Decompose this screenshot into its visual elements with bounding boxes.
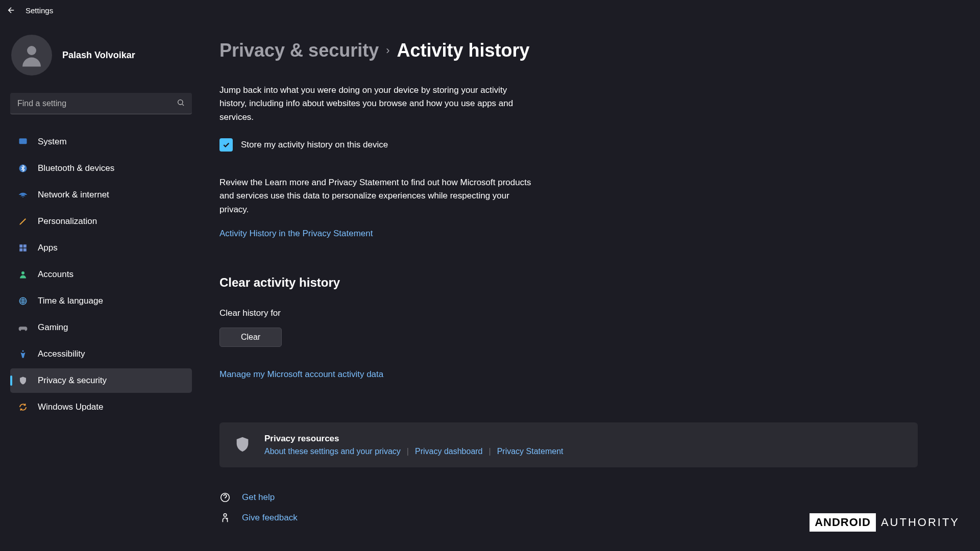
breadcrumb: Privacy & security › Activity history (219, 40, 949, 61)
nav-network[interactable]: Network & internet (10, 183, 192, 207)
apps-icon (17, 242, 29, 254)
feedback-icon (219, 512, 231, 523)
checkbox-label: Store my activity history on this device (241, 140, 388, 150)
about-settings-link[interactable]: About these settings and your privacy (264, 447, 401, 456)
nav-label: Gaming (38, 322, 68, 333)
clear-history-label: Clear history for (219, 308, 949, 318)
help-icon (219, 492, 231, 503)
nav-time-language[interactable]: Time & language (10, 289, 192, 313)
svg-point-1 (178, 100, 183, 105)
back-button[interactable] (6, 5, 16, 15)
nav-system[interactable]: System (10, 130, 192, 154)
section-title: Clear activity history (219, 276, 949, 290)
personalization-icon (17, 216, 29, 227)
watermark: ANDROID AUTHORITY (810, 513, 960, 532)
page-title: Activity history (397, 40, 530, 61)
svg-point-0 (27, 46, 36, 55)
svg-rect-6 (19, 248, 22, 252)
privacy-statement-link[interactable]: Activity History in the Privacy Statemen… (219, 229, 949, 239)
accessibility-icon (17, 348, 29, 360)
user-profile[interactable]: Palash Volvoikar (10, 35, 192, 76)
breadcrumb-parent[interactable]: Privacy & security (219, 40, 379, 61)
nav-label: Time & language (38, 296, 103, 306)
watermark-logo: ANDROID (810, 513, 876, 532)
card-title: Privacy resources (264, 434, 903, 444)
system-icon (17, 136, 29, 147)
search-box[interactable] (10, 93, 192, 114)
svg-point-12 (224, 514, 227, 517)
privacy-icon (17, 375, 29, 386)
nav-label: Bluetooth & devices (38, 163, 114, 173)
svg-point-10 (22, 350, 24, 352)
search-icon (177, 98, 185, 109)
get-help-link[interactable]: Get help (242, 492, 275, 503)
svg-rect-7 (23, 248, 27, 252)
privacy-dashboard-link[interactable]: Privacy dashboard (415, 447, 483, 456)
search-input[interactable] (10, 93, 192, 114)
nav-bluetooth[interactable]: Bluetooth & devices (10, 156, 192, 181)
chevron-right-icon: › (386, 44, 389, 57)
nav-label: Accounts (38, 269, 74, 280)
give-feedback-link[interactable]: Give feedback (242, 513, 298, 523)
accounts-icon (17, 269, 29, 280)
nav-label: System (38, 137, 67, 147)
svg-rect-2 (19, 138, 27, 144)
svg-rect-4 (19, 244, 22, 247)
review-text: Review the Learn more and Privacy Statem… (219, 176, 536, 216)
nav-apps[interactable]: Apps (10, 236, 192, 260)
update-icon (17, 402, 29, 413)
clear-button[interactable]: Clear (219, 328, 282, 347)
nav-label: Accessibility (38, 349, 85, 359)
bluetooth-icon (17, 163, 29, 174)
window-title: Settings (26, 6, 53, 15)
privacy-resources-card: Privacy resources About these settings a… (219, 422, 918, 467)
nav-accounts[interactable]: Accounts (10, 262, 192, 287)
network-icon (17, 189, 29, 201)
link-divider: | (407, 447, 409, 456)
nav-label: Personalization (38, 216, 97, 227)
gaming-icon (17, 322, 29, 333)
nav-gaming[interactable]: Gaming (10, 315, 192, 340)
time-language-icon (17, 295, 29, 307)
svg-rect-5 (23, 244, 27, 247)
nav-privacy-security[interactable]: Privacy & security (10, 368, 192, 393)
nav-label: Network & internet (38, 190, 109, 200)
manage-account-link[interactable]: Manage my Microsoft account activity dat… (219, 369, 949, 380)
user-name: Palash Volvoikar (62, 50, 135, 61)
link-divider: | (489, 447, 491, 456)
store-history-checkbox[interactable] (219, 138, 233, 152)
intro-text: Jump back into what you were doing on yo… (219, 84, 536, 124)
nav-label: Privacy & security (38, 375, 107, 386)
nav-label: Apps (38, 243, 58, 253)
watermark-text: AUTHORITY (881, 516, 960, 529)
privacy-statement-card-link[interactable]: Privacy Statement (497, 447, 564, 456)
avatar (11, 35, 52, 76)
nav-accessibility[interactable]: Accessibility (10, 342, 192, 366)
nav-personalization[interactable]: Personalization (10, 209, 192, 234)
nav-label: Windows Update (38, 402, 104, 412)
svg-point-8 (21, 271, 24, 274)
shield-icon (234, 436, 251, 453)
nav-windows-update[interactable]: Windows Update (10, 395, 192, 419)
